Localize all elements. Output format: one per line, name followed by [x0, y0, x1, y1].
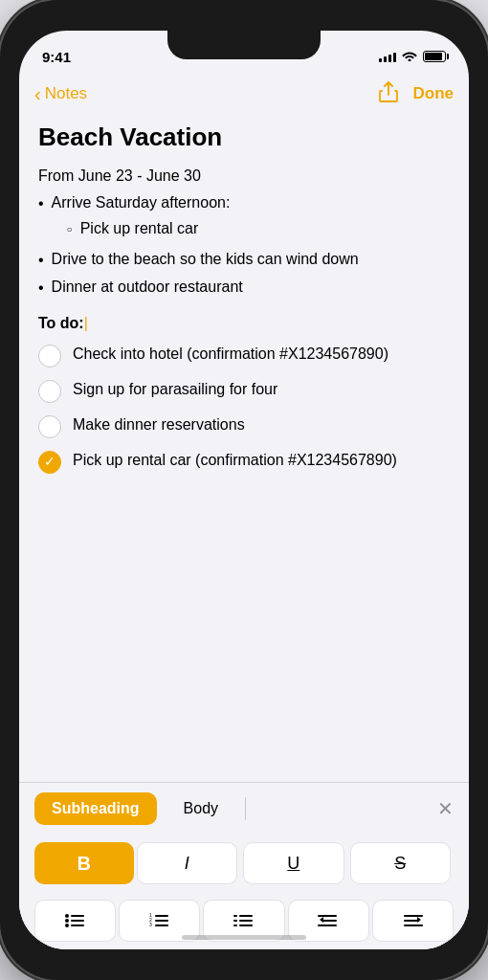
bullet-list: • Arrive Saturday afternoon: ○ Pick up r… — [38, 192, 450, 300]
todo-list: Check into hotel (confirmation #X1234567… — [38, 344, 450, 474]
list-item: • Dinner at outdoor restaurant — [38, 277, 450, 299]
body-style-button[interactable]: Body — [166, 792, 235, 825]
todo-item-3: Make dinner reservations — [38, 414, 450, 438]
strikethrough-button[interactable]: S — [350, 842, 452, 884]
todo-checkbox-3[interactable] — [38, 415, 61, 438]
format-toolbar: Subheading Body ✕ B I U S — [19, 782, 469, 949]
back-label: Notes — [45, 84, 87, 103]
toolbar-divider — [245, 797, 246, 820]
svg-rect-3 — [71, 915, 84, 917]
todo-text-3: Make dinner reservations — [73, 414, 245, 435]
svg-rect-16 — [239, 920, 253, 922]
share-button[interactable] — [379, 81, 398, 107]
text-format-row: B I U S — [19, 835, 469, 892]
todo-item-1: Check into hotel (confirmation #X1234567… — [38, 344, 450, 368]
note-content: Beach Vacation From June 23 - June 30 • … — [19, 115, 469, 782]
svg-rect-19 — [322, 920, 337, 922]
underline-button[interactable]: U — [243, 842, 344, 884]
note-title: Beach Vacation — [38, 122, 450, 152]
svg-rect-12 — [233, 915, 237, 917]
svg-point-2 — [65, 924, 69, 927]
style-picker-row: Subheading Body ✕ — [19, 783, 469, 835]
wifi-icon — [402, 50, 417, 64]
nav-actions: Done — [379, 81, 455, 107]
svg-rect-15 — [239, 915, 253, 917]
indent-right-icon — [402, 913, 423, 928]
svg-rect-11 — [155, 924, 168, 926]
sub-list-item-text: Pick up rental car — [80, 218, 199, 239]
svg-rect-20 — [318, 924, 337, 926]
todo-text-1: Check into hotel (confirmation #X1234567… — [73, 344, 388, 365]
notch — [167, 31, 321, 59]
indent-right-button[interactable] — [372, 900, 454, 942]
close-format-button[interactable]: ✕ — [437, 797, 454, 820]
bullet-icon: • — [38, 193, 44, 214]
todo-text-4: Pick up rental car (confirmation #X12345… — [73, 450, 397, 471]
home-indicator — [182, 935, 306, 940]
svg-rect-9 — [155, 915, 168, 917]
back-button[interactable]: ‹ Notes — [34, 84, 87, 103]
svg-rect-18 — [318, 915, 337, 917]
svg-point-0 — [65, 914, 69, 918]
sub-list-item: ○ Pick up rental car — [67, 218, 231, 239]
cursor: | — [84, 315, 88, 331]
status-icons — [379, 50, 446, 64]
bullet-list-button[interactable] — [34, 900, 116, 942]
todo-text-2: Sign up for parasailing for four — [73, 379, 277, 400]
todo-label: To do:| — [38, 315, 450, 332]
indent-left-icon — [318, 913, 339, 928]
list-item: • Drive to the beach so the kids can win… — [38, 249, 450, 271]
underline-label: U — [287, 854, 299, 874]
svg-text:3: 3 — [149, 922, 152, 927]
numbered-list-icon: 1 2 3 — [149, 912, 170, 929]
status-time: 9:41 — [42, 49, 71, 65]
svg-rect-17 — [239, 924, 253, 926]
signal-icon — [379, 51, 396, 62]
svg-rect-5 — [71, 924, 84, 926]
done-button[interactable]: Done — [413, 84, 455, 103]
note-date: From June 23 - June 30 — [38, 167, 450, 185]
list-item: • Arrive Saturday afternoon: ○ Pick up r… — [38, 192, 450, 243]
bold-label: B — [78, 853, 91, 875]
nav-bar: ‹ Notes Done — [19, 73, 469, 115]
subheading-style-button[interactable]: Subheading — [34, 792, 157, 825]
svg-rect-10 — [155, 920, 168, 922]
screen: 9:41 — [19, 31, 469, 949]
svg-rect-4 — [71, 920, 84, 922]
svg-rect-14 — [233, 924, 237, 926]
sub-list: ○ Pick up rental car — [67, 218, 231, 239]
bullet-icon: • — [38, 250, 44, 271]
todo-checkbox-1[interactable] — [38, 345, 61, 368]
strikethrough-label: S — [394, 854, 406, 874]
chevron-left-icon: ‹ — [34, 84, 41, 103]
dash-list-icon — [233, 912, 255, 929]
todo-label-text: To do: — [38, 315, 84, 331]
todo-item-2: Sign up for parasailing for four — [38, 379, 450, 403]
italic-label: I — [185, 854, 189, 874]
svg-rect-21 — [404, 915, 423, 917]
todo-checkbox-4[interactable]: ✓ — [38, 451, 61, 474]
list-item-text: Drive to the beach so the kids can wind … — [52, 249, 359, 270]
bullet-list-icon — [65, 912, 86, 929]
list-format-row: 1 2 3 — [19, 892, 469, 949]
todo-checkbox-2[interactable] — [38, 380, 61, 403]
italic-button[interactable]: I — [137, 842, 238, 884]
svg-rect-13 — [233, 920, 237, 922]
bold-button[interactable]: B — [34, 842, 134, 884]
todo-item-4: ✓ Pick up rental car (confirmation #X123… — [38, 450, 450, 474]
battery-icon — [423, 51, 446, 62]
list-item-text: Dinner at outdoor restaurant — [52, 277, 243, 298]
svg-rect-23 — [404, 924, 423, 926]
bullet-icon: • — [38, 278, 44, 299]
list-item-text: Arrive Saturday afternoon: — [52, 194, 231, 211]
sub-bullet-icon: ○ — [67, 223, 73, 236]
svg-rect-22 — [404, 920, 419, 922]
svg-point-1 — [65, 919, 69, 923]
phone-shell: 9:41 — [0, 0, 488, 980]
